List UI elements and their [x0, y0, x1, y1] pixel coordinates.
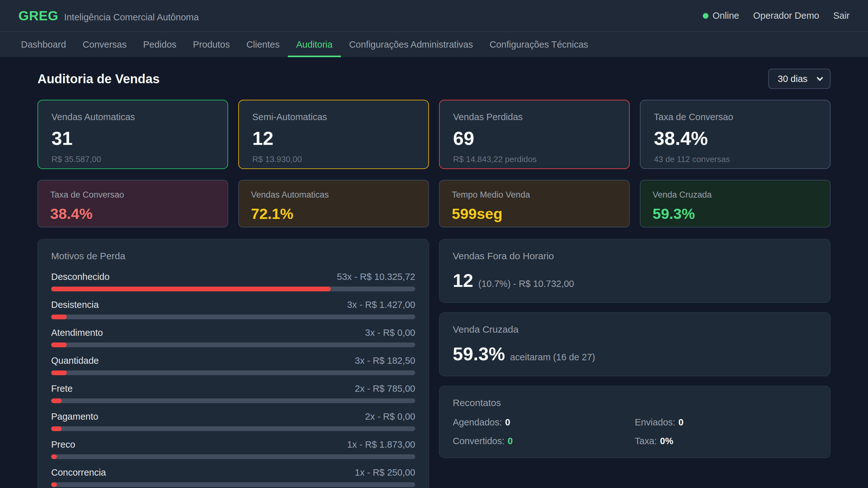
off-hours-value: 12 [453, 270, 473, 291]
loss-bar-track [51, 286, 415, 291]
kpi-card-vendas-automaticas: Vendas Automaticas 72.1% [238, 180, 429, 227]
stat-card-semi-automaticas: Semi-Automaticas 12 R$ 13.930,00 [238, 100, 429, 169]
loss-bar-fill [51, 482, 57, 487]
tab-clientes[interactable]: Clientes [238, 32, 288, 57]
stat-card-taxa-conversao: Taxa de Conversao 38.4% 43 de 112 conver… [640, 100, 831, 169]
loss-reason-row: Desistencia 3x - R$ 1.427,00 [51, 300, 415, 319]
loss-bar-fill [51, 342, 67, 347]
kpi-label: Venda Cruzada [653, 190, 818, 200]
loss-reason-label: Preco [51, 439, 75, 450]
tab-conversas[interactable]: Conversas [74, 32, 135, 57]
loss-reason-label: Quantidade [51, 356, 99, 366]
loss-reason-row: Pagamento 2x - R$ 0,00 [51, 411, 415, 431]
stat-cards-row: Vendas Automaticas 31 R$ 35.587,00 Semi-… [37, 100, 831, 169]
kpi-card-taxa-conversao: Taxa de Conversao 38.4% [37, 180, 228, 227]
loss-bar-track [51, 454, 415, 459]
loss-bar-track [51, 482, 415, 487]
loss-bar-fill [51, 398, 62, 403]
loss-reason-value: 3x - R$ 0,00 [365, 328, 415, 338]
kpi-value: 59.3% [653, 205, 818, 222]
recontacts-converted: Convertidos:0 [453, 436, 635, 447]
top-bar: GREG Inteligência Comercial Autônoma Onl… [0, 0, 868, 32]
loss-reason-label: Concorrencia [51, 467, 106, 478]
stat-card-sub: 43 de 112 conversas [654, 154, 816, 164]
cross-sell-detail: aceitaram (16 de 27) [510, 352, 595, 363]
page-title: Auditoria de Vendas [37, 72, 160, 86]
stat-card-label: Vendas Perdidas [453, 112, 616, 122]
cross-sell-value: 59.3% [453, 343, 505, 364]
tab-produtos[interactable]: Produtos [185, 32, 238, 57]
kpi-card-tempo-medio-venda: Tempo Medio Venda 599seg [439, 180, 630, 227]
loss-bar-fill [51, 426, 62, 431]
header-right: Online Operador Demo Sair [703, 10, 849, 21]
recontacts-scheduled: Agendados:0 [453, 417, 635, 428]
kpi-value: 38.4% [50, 205, 215, 222]
off-hours-detail: (10.7%) - R$ 10.732,00 [478, 279, 574, 289]
tab-pedidos[interactable]: Pedidos [135, 32, 185, 57]
stat-card-label: Semi-Automaticas [252, 112, 415, 122]
loss-reason-label: Atendimento [51, 328, 103, 338]
brand: GREG Inteligência Comercial Autônoma [19, 8, 199, 24]
loss-bar-fill [51, 370, 67, 375]
logout-link[interactable]: Sair [833, 10, 849, 21]
loss-reason-value: 1x - R$ 1.873,00 [347, 439, 415, 450]
stat-card-value: 38.4% [654, 127, 816, 149]
loss-bar-track [51, 342, 415, 347]
loss-bar-track [51, 370, 415, 375]
loss-reason-label: Desistencia [51, 300, 99, 310]
recontacts-rate: Taxa:0% [635, 436, 817, 447]
online-dot-icon [703, 13, 709, 19]
loss-reasons-list: Desconhecido 53x - R$ 10.325,72 Desisten… [51, 272, 415, 488]
tab-auditoria[interactable]: Auditoria [288, 32, 341, 57]
title-row: Auditoria de Vendas 30 dias [37, 69, 831, 89]
loss-reason-label: Desconhecido [51, 272, 110, 282]
loss-reason-value: 2x - R$ 785,00 [355, 384, 415, 394]
loss-reasons-panel: Motivos de Perda Desconhecido 53x - R$ 1… [37, 239, 429, 488]
app-root: GREG Inteligência Comercial Autônoma Onl… [0, 0, 868, 488]
recontacts-panel: Recontatos Agendados:0 Enviados:0 Conver… [439, 386, 831, 458]
loss-reason-value: 3x - R$ 1.427,00 [347, 300, 415, 310]
loss-reason-row: Atendimento 3x - R$ 0,00 [51, 328, 415, 347]
period-select-wrap: 30 dias [768, 69, 831, 89]
stat-card-sub: R$ 14.843,22 perdidos [453, 154, 616, 164]
tab-configuracoes-administrativas[interactable]: Configurações Administrativas [341, 32, 481, 57]
stat-card-value: 31 [52, 127, 214, 149]
connection-status: Online [703, 10, 739, 21]
brand-logo: GREG [19, 8, 58, 24]
tab-dashboard[interactable]: Dashboard [13, 32, 74, 57]
tab-configuracoes-tecnicas[interactable]: Configurações Técnicas [481, 32, 597, 57]
loss-bar-track [51, 314, 415, 319]
panel-title: Vendas Fora do Horario [453, 251, 817, 262]
kpi-value: 72.1% [251, 205, 416, 222]
kpi-label: Vendas Automaticas [251, 190, 416, 200]
panel-title: Venda Cruzada [453, 324, 817, 335]
loss-reason-row: Quantidade 3x - R$ 182,50 [51, 356, 415, 375]
status-label: Online [713, 10, 739, 21]
stat-card-value: 69 [453, 127, 616, 149]
loss-reason-row: Desconhecido 53x - R$ 10.325,72 [51, 272, 415, 291]
main-content: Auditoria de Vendas 30 dias Vendas Autom… [0, 69, 868, 488]
loss-bar-track [51, 426, 415, 431]
panel-title: Motivos de Perda [51, 251, 415, 262]
stat-card-value: 12 [252, 127, 415, 149]
loss-reason-value: 1x - R$ 250,00 [355, 467, 415, 478]
kpi-label: Taxa de Conversao [50, 190, 215, 200]
loss-reason-row: Frete 2x - R$ 785,00 [51, 384, 415, 403]
stat-card-vendas-automaticas: Vendas Automaticas 31 R$ 35.587,00 [37, 100, 228, 169]
kpi-value: 599seg [452, 205, 617, 222]
recontacts-grid: Agendados:0 Enviados:0 Convertidos:0 Tax… [453, 417, 817, 447]
period-select[interactable]: 30 dias [768, 69, 831, 89]
loss-reason-value: 53x - R$ 10.325,72 [337, 272, 415, 282]
loss-reason-label: Pagamento [51, 411, 98, 422]
loss-bar-fill [51, 454, 57, 459]
kpi-cards-row: Taxa de Conversao 38.4% Vendas Automatic… [37, 180, 831, 227]
off-hours-panel: Vendas Fora do Horario 12 (10.7%) - R$ 1… [439, 239, 831, 303]
loss-reason-value: 2x - R$ 0,00 [365, 411, 415, 422]
panel-title: Recontatos [453, 397, 817, 408]
stat-card-label: Vendas Automaticas [52, 112, 214, 122]
loss-bar-fill [51, 286, 331, 291]
right-column: Vendas Fora do Horario 12 (10.7%) - R$ 1… [439, 239, 831, 458]
loss-reason-row: Concorrencia 1x - R$ 250,00 [51, 467, 415, 487]
loss-reason-value: 3x - R$ 182,50 [355, 356, 415, 366]
loss-reason-row: Preco 1x - R$ 1.873,00 [51, 439, 415, 459]
